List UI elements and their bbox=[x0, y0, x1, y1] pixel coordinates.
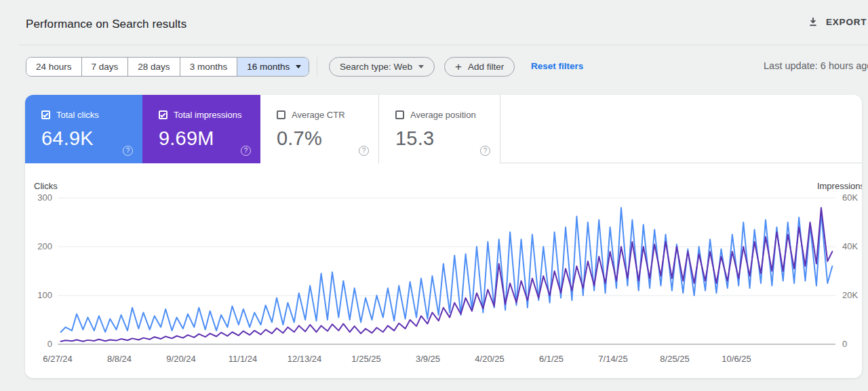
svg-text:8/25/25: 8/25/25 bbox=[660, 354, 689, 364]
svg-text:3/9/25: 3/9/25 bbox=[416, 354, 440, 364]
svg-text:4/20/25: 4/20/25 bbox=[475, 354, 504, 364]
range-chip-28-days[interactable]: 28 days bbox=[127, 58, 179, 76]
svg-text:Impressions: Impressions bbox=[817, 181, 862, 191]
svg-text:0: 0 bbox=[842, 339, 847, 349]
metric-label: Total impressions bbox=[174, 110, 241, 120]
svg-text:1/25/25: 1/25/25 bbox=[351, 354, 380, 364]
svg-text:40K: 40K bbox=[842, 241, 858, 251]
chevron-down-icon bbox=[296, 65, 301, 68]
checkbox-total-impressions[interactable] bbox=[159, 110, 167, 119]
metric-label: Total clicks bbox=[56, 110, 99, 120]
svg-text:12/13/24: 12/13/24 bbox=[288, 354, 322, 364]
svg-text:10/6/25: 10/6/25 bbox=[722, 354, 751, 364]
svg-text:8/8/24: 8/8/24 bbox=[107, 354, 132, 364]
last-update-text: Last update: 6 hours ago bbox=[764, 60, 868, 71]
svg-text:7/14/25: 7/14/25 bbox=[598, 354, 627, 364]
svg-text:0: 0 bbox=[47, 339, 52, 349]
export-button[interactable]: EXPORT bbox=[808, 16, 867, 27]
check-icon bbox=[160, 112, 165, 117]
metric-card-average-position[interactable]: Average position 15.3 ? bbox=[379, 95, 500, 163]
plus-icon: + bbox=[455, 60, 462, 74]
svg-text:11/1/24: 11/1/24 bbox=[229, 354, 257, 364]
export-label: EXPORT bbox=[826, 17, 867, 27]
line-chart-svg: 0100200300020K40K60KClicksImpressions6/2… bbox=[25, 173, 862, 376]
help-icon[interactable]: ? bbox=[359, 146, 369, 156]
svg-text:6/1/25: 6/1/25 bbox=[539, 354, 564, 364]
metric-card-average-ctr[interactable]: Average CTR 0.7% ? bbox=[260, 95, 379, 163]
metric-label: Average position bbox=[410, 110, 476, 120]
svg-text:100: 100 bbox=[37, 290, 52, 300]
svg-text:300: 300 bbox=[37, 192, 52, 203]
check-icon bbox=[43, 112, 48, 117]
download-icon bbox=[808, 16, 818, 27]
svg-text:6/27/24: 6/27/24 bbox=[43, 354, 72, 364]
header-divider bbox=[19, 45, 868, 45]
toolbar-divider bbox=[317, 57, 317, 77]
range-chip-3-months[interactable]: 3 months bbox=[180, 58, 237, 76]
range-chip-7-days[interactable]: 7 days bbox=[81, 58, 128, 76]
date-range-group: 24 hours 7 days 28 days 3 months 16 mont… bbox=[26, 57, 309, 77]
reset-filters-link[interactable]: Reset filters bbox=[531, 61, 583, 71]
svg-text:Clicks: Clicks bbox=[34, 181, 58, 191]
svg-text:20K: 20K bbox=[842, 290, 858, 300]
help-icon[interactable]: ? bbox=[241, 146, 251, 156]
performance-chart[interactable]: 0100200300020K40K60KClicksImpressions6/2… bbox=[25, 173, 862, 376]
search-type-dropdown[interactable]: Search type: Web bbox=[329, 57, 435, 77]
svg-text:200: 200 bbox=[37, 241, 52, 251]
help-icon[interactable]: ? bbox=[123, 146, 133, 156]
help-icon[interactable]: ? bbox=[480, 146, 490, 156]
add-filter-button[interactable]: + Add filter bbox=[444, 57, 515, 77]
metric-cards-row: Total clicks 64.9K ? Total impressions 9… bbox=[25, 95, 862, 163]
performance-panel: Total clicks 64.9K ? Total impressions 9… bbox=[25, 95, 862, 378]
metric-card-total-impressions[interactable]: Total impressions 9.69M ? bbox=[142, 95, 260, 163]
metric-label: Average CTR bbox=[292, 110, 345, 120]
chevron-down-icon bbox=[418, 65, 424, 68]
range-chip-16-months[interactable]: 16 months bbox=[237, 58, 309, 76]
svg-text:60K: 60K bbox=[842, 192, 858, 203]
checkbox-average-ctr[interactable] bbox=[277, 110, 285, 119]
page-title: Performance on Search results bbox=[26, 18, 186, 31]
range-chip-24-hours[interactable]: 24 hours bbox=[26, 58, 81, 76]
svg-text:9/20/24: 9/20/24 bbox=[166, 354, 195, 364]
metric-card-total-clicks[interactable]: Total clicks 64.9K ? bbox=[25, 95, 142, 163]
checkbox-average-position[interactable] bbox=[395, 110, 404, 119]
checkbox-total-clicks[interactable] bbox=[41, 110, 50, 119]
